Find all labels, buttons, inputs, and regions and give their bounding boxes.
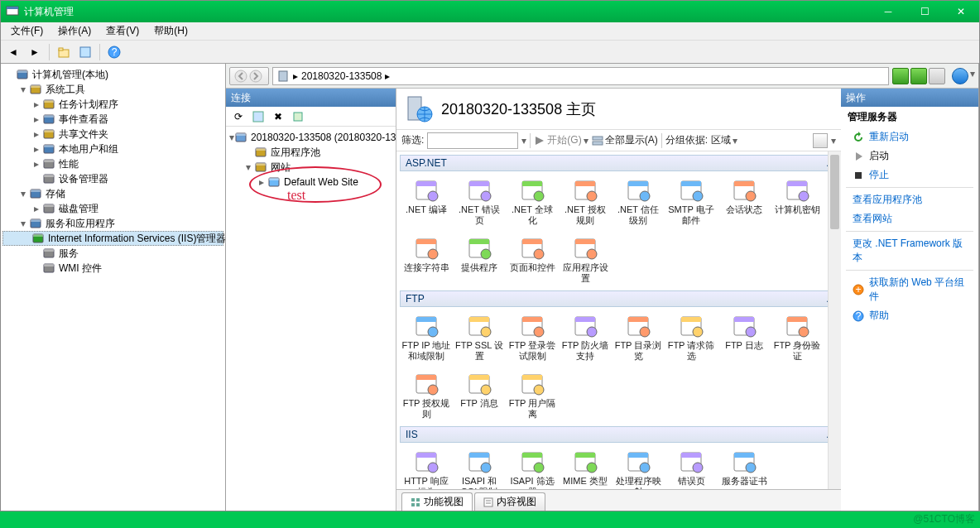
fwd-button[interactable]: ►	[26, 43, 44, 61]
tree-item[interactable]: ▸事件查看器	[2, 112, 223, 127]
feature-item[interactable]: SMTP 电子邮件	[665, 173, 718, 228]
action-view-pools[interactable]: 查看应用程序池	[841, 190, 978, 209]
svg-point-57	[481, 191, 491, 201]
scrollbar[interactable]	[828, 151, 841, 489]
feature-item[interactable]: 服务器证书	[718, 444, 771, 489]
action-restart[interactable]: 重新启动	[841, 127, 978, 146]
menu-action[interactable]: 操作(A)	[51, 22, 98, 40]
tree-item[interactable]: ▸磁盘管理	[2, 201, 223, 216]
tree-item[interactable]: ▾存储	[2, 186, 223, 201]
action-change-netfx[interactable]: 更改 .NET Framework 版本	[841, 234, 978, 267]
breadcrumb[interactable]: ▸ 20180320-133508 ▸	[272, 67, 889, 85]
feature-item[interactable]: ISAPI 筛选器	[506, 444, 559, 489]
feature-item[interactable]: FTP 用户隔离	[506, 367, 559, 421]
action-view-sites[interactable]: 查看网站	[841, 209, 978, 228]
feature-item[interactable]: MIME 类型	[559, 444, 612, 489]
filter-showall[interactable]: 全部显示(A)	[592, 133, 658, 147]
nav-help-icon[interactable]	[952, 68, 968, 84]
feature-item[interactable]: ISAPI 和 CGI 限制	[453, 444, 506, 489]
feature-item[interactable]: FTP SSL 设置	[453, 309, 506, 363]
feature-item[interactable]: FTP 防火墙支持	[559, 309, 612, 363]
tab-content[interactable]: 内容视图	[474, 492, 545, 511]
menu-view[interactable]: 查看(V)	[99, 22, 146, 40]
crumb-server[interactable]: 20180320-133508	[301, 70, 382, 82]
tree-item[interactable]: ▾网站	[228, 160, 394, 175]
feature-item[interactable]: .NET 授权规则	[559, 173, 612, 228]
conn-add-icon[interactable]	[289, 108, 307, 126]
action-help[interactable]: ?帮助	[841, 306, 978, 325]
minimize-button[interactable]: ─	[870, 1, 906, 22]
tree-item[interactable]: 应用程序池	[228, 145, 394, 160]
feature-item[interactable]: .NET 全球化	[506, 173, 559, 228]
feature-item[interactable]: 页面和控件	[506, 231, 559, 286]
tree-item[interactable]: ▸任务计划程序	[2, 97, 223, 112]
up-button[interactable]	[55, 43, 73, 61]
help-icon[interactable]: ?	[105, 43, 123, 61]
svg-text:?: ?	[856, 310, 862, 322]
feature-item[interactable]: FTP IP 地址和域限制	[400, 309, 453, 363]
nav-tool-2[interactable]	[910, 68, 927, 84]
maximize-button[interactable]: ☐	[906, 1, 943, 22]
tab-features[interactable]: 功能视图	[401, 492, 473, 511]
feature-item[interactable]: FTP 身份验证	[771, 309, 824, 363]
tree-item[interactable]: ▸本地用户和组	[2, 142, 223, 156]
refresh-button[interactable]	[76, 43, 94, 61]
page-title: 20180320-133508 主页	[441, 99, 596, 119]
feature-item[interactable]: 会话状态	[718, 173, 771, 228]
menu-help[interactable]: 帮助(H)	[147, 22, 195, 40]
tree-item[interactable]: Internet Information Services (IIS)管理器	[2, 231, 223, 246]
tree-item[interactable]: 设备管理器	[2, 171, 223, 186]
feature-item[interactable]: 计算机密钥	[771, 173, 824, 228]
nav-back-fwd[interactable]	[229, 67, 269, 85]
tree-item[interactable]: WMI 控件	[2, 261, 223, 276]
feature-item[interactable]: HTTP 响应标头	[400, 444, 453, 489]
feature-item[interactable]: FTP 请求筛选	[665, 309, 718, 363]
svg-rect-20	[44, 160, 54, 162]
tree-item[interactable]: ▸性能	[2, 156, 223, 171]
filter-go[interactable]: 开始(G) ▾	[534, 133, 588, 147]
app-icon	[6, 5, 19, 18]
section-header[interactable]: ASP.NET▴	[400, 155, 838, 171]
feature-item[interactable]: 连接字符串	[400, 231, 453, 286]
feature-item[interactable]: .NET 信任级别	[612, 173, 665, 228]
tree-item[interactable]: 服务	[2, 246, 223, 261]
feature-item[interactable]: .NET 编译	[400, 173, 453, 228]
feature-item[interactable]: 提供程序	[453, 231, 506, 286]
svg-point-141	[746, 463, 756, 473]
nav-tool-1[interactable]	[892, 68, 909, 84]
feature-item[interactable]: .NET 错误页	[453, 173, 506, 228]
conn-stop-icon[interactable]: ✖	[269, 108, 287, 126]
feature-item[interactable]: FTP 目录浏览	[612, 309, 665, 363]
group-select[interactable]: 区域 ▾	[711, 133, 737, 147]
tree-item[interactable]: ▾服务和应用程序	[2, 216, 223, 231]
menu-file[interactable]: 文件(F)	[4, 22, 50, 40]
tree-item[interactable]: ▾系统工具	[2, 82, 223, 97]
feature-item[interactable]: 应用程序设置	[559, 231, 612, 286]
feature-item[interactable]: 错误页	[665, 444, 718, 489]
conn-save-icon[interactable]	[249, 108, 267, 126]
connections-tree[interactable]: ▾20180320-133508 (20180320-13应用程序池▾网站▸De…	[226, 127, 396, 511]
feature-item[interactable]: 处理程序映射	[612, 444, 665, 489]
feature-area[interactable]: ASP.NET▴.NET 编译.NET 错误页.NET 全球化.NET 授权规则…	[396, 151, 841, 489]
tree-item[interactable]: ▾20180320-133508 (20180320-13	[228, 130, 394, 145]
action-get-webpi[interactable]: +获取新的 Web 平台组件	[841, 273, 978, 306]
section-header[interactable]: FTP▴	[400, 290, 838, 307]
feature-item[interactable]: FTP 消息	[453, 367, 506, 421]
center-header: 20180320-133508 主页	[396, 89, 841, 130]
close-button[interactable]: ✕	[943, 1, 979, 22]
mmc-tree[interactable]: 计算机管理(本地)▾系统工具▸任务计划程序▸事件查看器▸共享文件夹▸本地用户和组…	[1, 64, 226, 511]
feature-item[interactable]: FTP 授权规则	[400, 367, 453, 421]
feature-item[interactable]: FTP 登录尝试限制	[506, 309, 559, 363]
section-header[interactable]: IIS▴	[400, 426, 838, 443]
back-button[interactable]: ◄	[4, 43, 22, 61]
conn-refresh-icon[interactable]: ⟳	[229, 108, 247, 126]
feature-item[interactable]: FTP 日志	[718, 309, 771, 363]
action-start[interactable]: 启动	[841, 146, 978, 166]
nav-tool-3[interactable]	[929, 68, 945, 84]
tree-item[interactable]: 计算机管理(本地)	[2, 67, 223, 82]
tree-item[interactable]: ▸共享文件夹	[2, 127, 223, 142]
svg-point-120	[534, 385, 544, 395]
filter-input[interactable]	[427, 132, 518, 149]
view-mode-button[interactable]	[813, 133, 828, 148]
action-stop[interactable]: 停止	[841, 166, 978, 185]
